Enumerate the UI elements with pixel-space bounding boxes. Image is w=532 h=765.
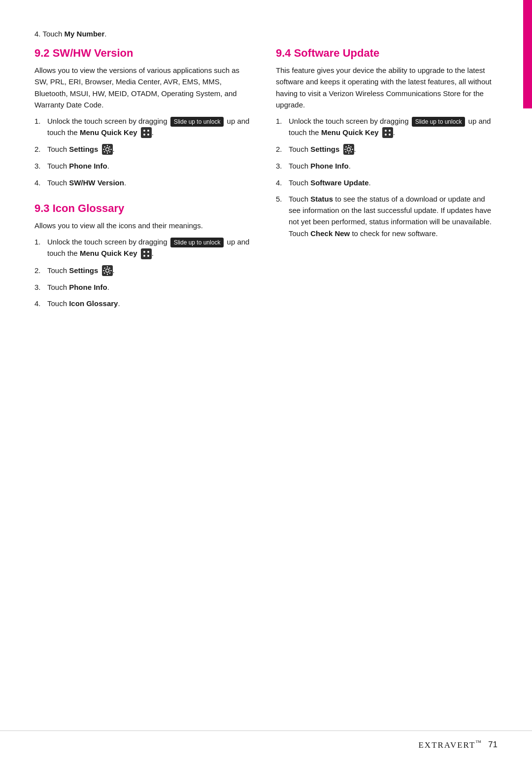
svg-rect-9 xyxy=(103,149,104,150)
step-93-1: 1. Unlock the touch screen by dragging S… xyxy=(34,236,251,259)
svg-rect-22 xyxy=(107,266,108,268)
step-93-4: 4. Touch Icon Glossary. xyxy=(34,298,251,309)
svg-rect-38 xyxy=(348,152,349,154)
section-94-description: This feature gives your device the abili… xyxy=(276,65,498,110)
step-92-3-content: Touch Phone Info. xyxy=(47,160,251,172)
step-93-2-content: Touch Settings . xyxy=(47,265,251,277)
step-94-1-num: 1. xyxy=(276,115,287,139)
step-94-4: 4. Touch Software Update. xyxy=(276,177,498,188)
svg-point-19 xyxy=(147,255,149,257)
step-93-2: 2. Touch Settings . xyxy=(34,265,251,277)
svg-rect-30 xyxy=(382,127,393,138)
svg-rect-25 xyxy=(110,270,112,271)
footer-page-number: 71 xyxy=(488,740,498,750)
step-93-3-content: Touch Phone Info. xyxy=(47,281,251,293)
svg-point-2 xyxy=(147,130,149,132)
section-92-description: Allows you to view the versions of vario… xyxy=(34,65,251,110)
svg-point-18 xyxy=(143,255,145,257)
step-94-3: 3. Touch Phone Info. xyxy=(276,160,498,172)
step-94-2: 2. Touch Settings . xyxy=(276,143,498,155)
svg-rect-7 xyxy=(107,145,108,146)
svg-rect-23 xyxy=(107,274,108,275)
step-92-2-num: 2. xyxy=(34,143,45,155)
step-94-1-content: Unlock the touch screen by dragging Slid… xyxy=(289,115,498,139)
page-container: 4. Touch My Number. 9.2 SW/HW Version Al… xyxy=(0,0,532,765)
brand-name: Extravert xyxy=(418,740,475,750)
svg-point-31 xyxy=(385,130,387,132)
settings-icon xyxy=(102,144,113,155)
step-92-4-num: 4. xyxy=(34,177,45,188)
svg-point-16 xyxy=(143,251,145,253)
step-94-5-content: Touch Status to see the status of a down… xyxy=(289,193,498,239)
svg-rect-40 xyxy=(352,149,353,150)
svg-point-34 xyxy=(389,134,391,136)
step-94-3-content: Touch Phone Info. xyxy=(289,160,498,172)
step-93-4-content: Touch Icon Glossary. xyxy=(47,298,251,309)
step-92-4: 4. Touch SW/HW Version. xyxy=(34,177,251,188)
step-94-2-num: 2. xyxy=(276,143,287,155)
step-94-5-num: 5. xyxy=(276,193,287,239)
settings-icon-94 xyxy=(343,144,354,155)
step-94-4-content: Touch Software Update. xyxy=(289,177,498,188)
svg-point-1 xyxy=(143,130,145,132)
svg-rect-0 xyxy=(141,127,152,138)
left-column: 9.2 SW/HW Version Allows you to view the… xyxy=(34,47,251,314)
step-93-1-content: Unlock the touch screen by dragging Slid… xyxy=(47,236,251,259)
svg-rect-15 xyxy=(141,248,152,259)
step-92-3-num: 3. xyxy=(34,160,45,172)
step-93-3: 3. Touch Phone Info. xyxy=(34,281,251,293)
svg-point-4 xyxy=(147,134,149,136)
svg-point-3 xyxy=(143,134,145,136)
menu-quick-key-icon xyxy=(141,127,152,138)
step-93-4-num: 4. xyxy=(34,298,45,309)
svg-rect-8 xyxy=(107,152,108,154)
slide-badge: Slide up to unlock xyxy=(170,117,224,127)
step-94-5: 5. Touch Status to see the status of a d… xyxy=(276,193,498,239)
footer: Extravert™ 71 xyxy=(0,730,532,750)
step-93-1-num: 1. xyxy=(34,236,45,259)
footer-brand: Extravert™ xyxy=(418,739,482,750)
intro-item: 4. Touch My Number. xyxy=(34,30,498,38)
step-92-1-content: Unlock the touch screen by dragging Slid… xyxy=(47,115,251,139)
trademark-symbol: ™ xyxy=(475,739,482,746)
columns: 9.2 SW/HW Version Allows you to view the… xyxy=(34,47,498,314)
svg-point-17 xyxy=(147,251,149,253)
section-92-title: 9.2 SW/HW Version xyxy=(34,47,251,60)
section-93-description: Allows you to view all the icons and the… xyxy=(34,220,251,231)
menu-quick-key-icon-94 xyxy=(382,127,393,138)
svg-rect-24 xyxy=(103,270,104,271)
section-94-title: 9.4 Software Update xyxy=(276,47,498,60)
right-column: 9.4 Software Update This feature gives y… xyxy=(276,47,498,314)
slide-badge-93: Slide up to unlock xyxy=(170,238,224,248)
step-94-3-num: 3. xyxy=(276,160,287,172)
settings-icon-93 xyxy=(102,265,113,276)
section-93-title: 9.3 Icon Glossary xyxy=(34,202,251,215)
svg-rect-37 xyxy=(348,145,349,146)
menu-quick-key-icon-93 xyxy=(141,248,152,259)
step-92-3: 3. Touch Phone Info. xyxy=(34,160,251,172)
step-94-1: 1. Unlock the touch screen by dragging S… xyxy=(276,115,498,139)
svg-point-33 xyxy=(385,134,387,136)
accent-bar xyxy=(523,0,532,108)
step-92-1-num: 1. xyxy=(34,115,45,139)
step-92-4-content: Touch SW/HW Version. xyxy=(47,177,251,188)
step-94-2-content: Touch Settings . xyxy=(289,143,498,155)
svg-rect-39 xyxy=(344,149,346,150)
step-92-1: 1. Unlock the touch screen by dragging S… xyxy=(34,115,251,139)
step-94-4-num: 4. xyxy=(276,177,287,188)
step-92-2: 2. Touch Settings . xyxy=(34,143,251,155)
svg-point-32 xyxy=(389,130,391,132)
step-92-2-content: Touch Settings . xyxy=(47,143,251,155)
step-93-2-num: 2. xyxy=(34,265,45,277)
intro-text: 4. Touch My Number. xyxy=(34,30,106,38)
slide-badge-94: Slide up to unlock xyxy=(412,117,466,127)
svg-rect-10 xyxy=(110,149,112,150)
step-93-3-num: 3. xyxy=(34,281,45,293)
